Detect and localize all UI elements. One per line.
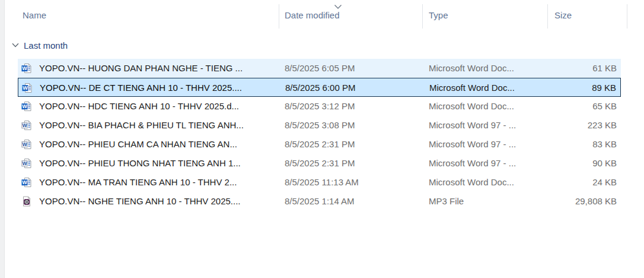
- file-row[interactable]: W YOPO.VN-- HDC TIENG ANH 10 - THHV 2025…: [18, 97, 621, 116]
- file-size: 223 KB: [588, 116, 617, 135]
- file-date-modified: 8/5/2025 6:05 PM: [285, 59, 355, 78]
- column-header-type-label: Type: [429, 10, 448, 20]
- file-date-modified: 8/5/2025 11:13 AM: [285, 173, 359, 192]
- file-date-modified: 8/5/2025 3:08 PM: [285, 116, 355, 135]
- file-name: YOPO.VN-- PHIEU THONG NHAT TIENG ANH 1..…: [39, 154, 241, 173]
- column-header-size-label: Size: [554, 10, 572, 20]
- file-size: 90 KB: [592, 154, 617, 173]
- word-docx-icon: W: [21, 63, 32, 74]
- word-docx-icon: W: [21, 101, 32, 112]
- column-separator[interactable]: [279, 4, 279, 29]
- file-name: YOPO.VN-- HDC TIENG ANH 10 - THHV 2025.d…: [39, 97, 239, 116]
- file-size: 24 KB: [592, 173, 617, 192]
- file-type: Microsoft Word Doc...: [429, 78, 515, 97]
- file-date-modified: 8/5/2025 3:12 PM: [285, 97, 355, 116]
- column-separator[interactable]: [422, 4, 423, 29]
- column-separator[interactable]: [547, 4, 548, 29]
- file-type: Microsoft Word 97 - ...: [429, 154, 516, 173]
- svg-text:W: W: [22, 122, 27, 128]
- file-name: YOPO.VN-- PHIEU CHAM CA NHAN TIENG AN...: [39, 135, 237, 154]
- column-header-date-modified-label: Date modified: [285, 10, 340, 20]
- file-name: YOPO.VN-- HUONG DAN PHAN NGHE - TIENG ..…: [39, 59, 243, 78]
- svg-text:W: W: [22, 160, 27, 166]
- file-type: MP3 File: [429, 192, 464, 211]
- file-row[interactable]: W YOPO.VN-- HUONG DAN PHAN NGHE - TIENG …: [18, 59, 621, 78]
- file-date-modified: 8/5/2025 2:31 PM: [285, 135, 355, 154]
- file-size: 65 KB: [592, 97, 617, 116]
- word-doc97-icon: W: [21, 139, 32, 150]
- sort-descending-icon: [334, 1, 342, 7]
- file-type: Microsoft Word Doc...: [429, 173, 514, 192]
- svg-text:W: W: [22, 179, 27, 185]
- file-size: 83 KB: [592, 135, 617, 154]
- file-type: Microsoft Word 97 - ...: [429, 135, 516, 154]
- svg-text:W: W: [23, 85, 28, 91]
- nav-pane-scrollbar[interactable]: [0, 0, 5, 278]
- file-row[interactable]: W YOPO.VN-- DE CT TIENG ANH 10 - THHV 20…: [18, 78, 621, 97]
- file-type: Microsoft Word Doc...: [429, 97, 514, 116]
- file-date-modified: 8/5/2025 2:31 PM: [285, 154, 355, 173]
- file-row[interactable]: W YOPO.VN-- PHIEU CHAM CA NHAN TIENG AN.…: [18, 135, 621, 154]
- file-name: YOPO.VN-- MA TRAN TIENG ANH 10 - THHV 2.…: [39, 173, 237, 192]
- column-header-name-label: Name: [23, 10, 46, 20]
- file-row[interactable]: W YOPO.VN-- PHIEU THONG NHAT TIENG ANH 1…: [18, 154, 621, 173]
- file-size: 61 KB: [592, 59, 617, 78]
- word-docx-icon: W: [22, 83, 33, 93]
- column-separator[interactable]: [627, 4, 627, 29]
- column-header-name[interactable]: Name: [23, 0, 46, 30]
- column-header-type[interactable]: Type: [429, 0, 448, 30]
- column-header-date-modified[interactable]: Date modified: [285, 0, 340, 30]
- svg-text:W: W: [22, 103, 27, 109]
- chevron-down-icon[interactable]: [12, 43, 19, 48]
- word-doc97-icon: W: [21, 120, 32, 131]
- file-size: 29,808 KB: [575, 192, 617, 211]
- file-row[interactable]: W YOPO.VN-- MA TRAN TIENG ANH 10 - THHV …: [18, 173, 621, 192]
- file-name: YOPO.VN-- NGHE TIENG ANH 10 - THHV 2025.…: [39, 192, 241, 211]
- column-header-size[interactable]: Size: [554, 0, 572, 30]
- svg-text:W: W: [22, 65, 27, 71]
- file-name: YOPO.VN-- DE CT TIENG ANH 10 - THHV 2025…: [40, 78, 242, 97]
- mp3-icon: [21, 196, 32, 207]
- file-date-modified: 8/5/2025 6:00 PM: [285, 78, 355, 97]
- file-date-modified: 8/5/2025 1:14 AM: [285, 192, 355, 211]
- file-type: Microsoft Word Doc...: [429, 59, 514, 78]
- file-row[interactable]: W YOPO.VN-- BIA PHACH & PHIEU TL TIENG A…: [18, 116, 621, 135]
- file-name: YOPO.VN-- BIA PHACH & PHIEU TL TIENG ANH…: [39, 116, 244, 135]
- group-label: Last month: [24, 40, 68, 50]
- file-row[interactable]: YOPO.VN-- NGHE TIENG ANH 10 - THHV 2025.…: [18, 192, 621, 211]
- file-size: 89 KB: [592, 78, 616, 97]
- svg-text:W: W: [22, 141, 27, 147]
- word-docx-icon: W: [21, 177, 32, 188]
- file-type: Microsoft Word 97 - ...: [429, 116, 516, 135]
- word-doc97-icon: W: [21, 158, 32, 169]
- group-header-last-month[interactable]: Last month: [12, 37, 68, 53]
